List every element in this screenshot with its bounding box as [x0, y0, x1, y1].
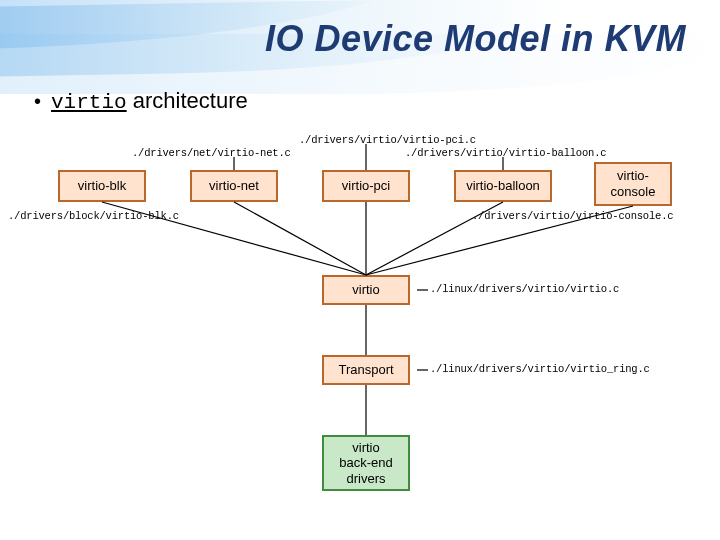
node-backend: virtio back-end drivers	[322, 435, 410, 491]
bullet-text: architecture	[127, 88, 248, 113]
node-virtio-balloon: virtio-balloon	[454, 170, 552, 202]
path-net: ./drivers/net/virtio-net.c	[132, 147, 291, 159]
node-virtio-blk: virtio-blk	[58, 170, 146, 202]
node-virtio: virtio	[322, 275, 410, 305]
path-balloon: ./drivers/virtio/virtio-balloon.c	[405, 147, 606, 159]
path-pci: ./drivers/virtio/virtio-pci.c	[299, 134, 476, 146]
node-virtio-console: virtio- console	[594, 162, 672, 206]
path-blk: ./drivers/block/virtio-blk.c	[8, 210, 179, 222]
path-virtio: ./linux/drivers/virtio/virtio.c	[430, 283, 619, 295]
node-transport: Transport	[322, 355, 410, 385]
path-console: ./drivers/virtio/virtio-console.c	[472, 210, 673, 222]
bullet-marker: •	[34, 91, 41, 111]
node-virtio-pci: virtio-pci	[322, 170, 410, 202]
node-virtio-net: virtio-net	[190, 170, 278, 202]
path-transport: ./linux/drivers/virtio/virtio_ring.c	[430, 363, 650, 375]
bullet-code-term: virtio	[51, 91, 127, 114]
architecture-diagram: virtio-blk virtio-net virtio-pci virtio-…	[10, 130, 710, 530]
bullet-line: • virtio architecture	[34, 88, 248, 114]
slide-title: IO Device Model in KVM	[265, 18, 686, 60]
svg-line-1	[234, 202, 366, 275]
